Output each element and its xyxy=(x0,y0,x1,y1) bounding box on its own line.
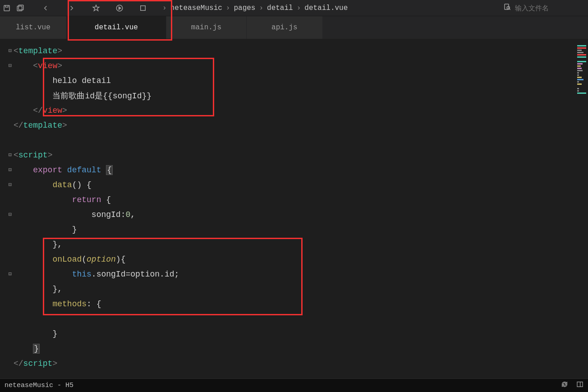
code-token: } xyxy=(33,344,40,354)
star-icon[interactable] xyxy=(89,0,103,16)
code-token: 0 xyxy=(125,210,130,219)
search-input[interactable] xyxy=(515,4,583,12)
tab-detail-vue[interactable]: detail.vue xyxy=(67,16,166,39)
status-bar: neteaseMusic - H5 xyxy=(0,378,588,392)
code-token: } xyxy=(52,329,57,338)
code-token: template xyxy=(18,46,57,55)
breadcrumb-item[interactable]: neteaseMusic xyxy=(170,4,222,12)
code-token: ( xyxy=(82,255,87,264)
top-toolbar: › neteaseMusic › pages › detail › detail… xyxy=(0,0,588,16)
tab-label: detail.vue xyxy=(95,23,138,32)
code-token: hello detail xyxy=(52,76,111,85)
code-token: id xyxy=(165,270,175,279)
back-icon[interactable] xyxy=(39,0,52,16)
code-token: onLoad xyxy=(52,255,82,264)
code-token: : { xyxy=(87,300,101,309)
panel-icon[interactable] xyxy=(576,381,583,390)
sync-icon[interactable] xyxy=(561,381,568,390)
code-token: songId xyxy=(96,270,126,279)
code-token: view xyxy=(43,106,62,115)
status-text: neteaseMusic - H5 xyxy=(5,382,74,389)
tab-api-js[interactable]: api.js xyxy=(247,16,322,39)
code-token: songId xyxy=(92,210,121,219)
code-token: script xyxy=(18,151,48,160)
save-icon[interactable] xyxy=(0,0,14,16)
code-area[interactable]: <template> <view> hello detail 当前歌曲id是{{… xyxy=(14,39,575,378)
code-token: = xyxy=(125,270,130,279)
gutter xyxy=(0,39,14,378)
code-token: } xyxy=(72,225,77,234)
code-token: , xyxy=(130,210,135,219)
code-token: export xyxy=(33,166,62,175)
code-token: script xyxy=(23,359,53,368)
play-icon[interactable] xyxy=(113,0,126,16)
svg-rect-0 xyxy=(4,5,9,11)
code-token: }, xyxy=(52,240,62,249)
code-token: . xyxy=(92,270,96,279)
code-token: option xyxy=(130,270,160,279)
code-token: return xyxy=(72,195,101,204)
code-token: ){ xyxy=(116,255,126,264)
tab-label: main.js xyxy=(191,23,221,32)
code-token: template xyxy=(23,121,62,130)
breadcrumb-item[interactable]: pages xyxy=(234,4,255,12)
code-token: ; xyxy=(175,270,179,279)
forward-icon[interactable] xyxy=(65,0,78,16)
code-token: 当前歌曲id是{{songId}} xyxy=(52,90,152,101)
code-token: }, xyxy=(52,285,62,294)
breadcrumb: › neteaseMusic › pages › detail › detail… xyxy=(159,4,348,12)
tab-label: list.vue xyxy=(16,23,51,32)
tab-list-vue[interactable]: list.vue xyxy=(0,16,66,39)
tab-main-js[interactable]: main.js xyxy=(166,16,246,39)
code-token: data xyxy=(52,180,72,189)
code-token: () { xyxy=(72,180,92,189)
save-all-icon[interactable] xyxy=(14,0,27,16)
code-token: . xyxy=(160,270,165,279)
code-token: methods xyxy=(52,300,87,309)
code-token: default xyxy=(67,166,101,175)
code-token: : xyxy=(121,210,126,219)
search-icon[interactable] xyxy=(503,3,511,13)
code-token: view xyxy=(38,61,57,70)
code-token: { xyxy=(101,195,111,204)
code-editor[interactable]: <template> <view> hello detail 当前歌曲id是{{… xyxy=(0,39,588,378)
tab-label: api.js xyxy=(271,23,298,32)
breadcrumb-item[interactable]: detail xyxy=(267,4,293,12)
code-token: this xyxy=(72,270,92,279)
svg-rect-4 xyxy=(141,5,146,10)
tabs-bar: list.vue detail.vue main.js api.js xyxy=(0,16,588,39)
stop-icon[interactable] xyxy=(136,0,150,16)
breadcrumb-item[interactable]: detail.vue xyxy=(304,4,348,12)
code-token: option xyxy=(87,255,116,264)
code-token: { xyxy=(106,165,113,175)
minimap[interactable] xyxy=(575,39,588,378)
